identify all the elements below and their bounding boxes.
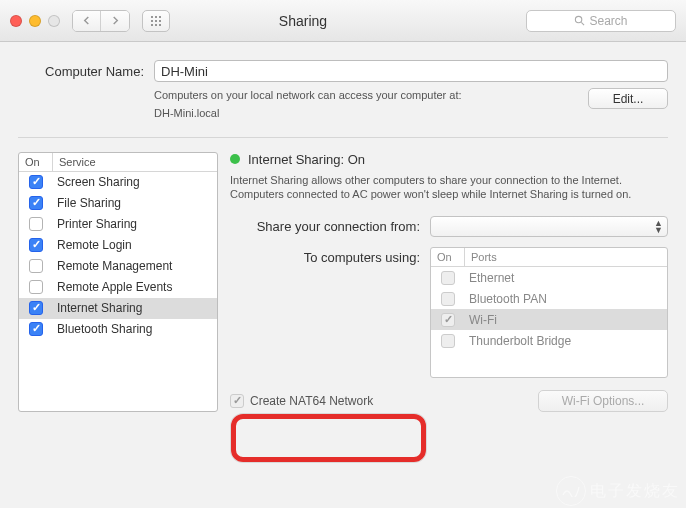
port-label: Bluetooth PAN [465,292,667,306]
watermark-text: 电子发烧友 [590,481,680,502]
port-row-wi-fi[interactable]: Wi-Fi [431,309,667,330]
to-computers-row: To computers using: On Ports EthernetBlu… [230,247,668,378]
share-from-label: Share your connection from: [230,219,430,234]
ports-header: On Ports [431,248,667,267]
service-checkbox[interactable] [29,196,43,210]
status-dot-icon [230,154,240,164]
service-label: Remote Apple Events [53,280,217,294]
services-col-on: On [19,153,53,171]
port-row-bluetooth-pan[interactable]: Bluetooth PAN [431,288,667,309]
service-row-screen-sharing[interactable]: Screen Sharing [19,172,217,193]
computer-name-row: Computer Name: DH-Mini Computers on your… [18,60,668,125]
service-label: Internet Sharing [53,301,217,315]
service-checkbox[interactable] [29,322,43,336]
watermark: 电子发烧友 [556,476,680,506]
ports-col-ports: Ports [465,248,667,266]
service-label: Remote Management [53,259,217,273]
nat64-checkbox-row[interactable]: Create NAT64 Network [230,394,373,408]
service-checkbox[interactable] [29,301,43,315]
service-row-file-sharing[interactable]: File Sharing [19,193,217,214]
ports-body: EthernetBluetooth PANWi-FiThunderbolt Br… [431,267,667,377]
window-traffic-lights [10,15,60,27]
port-checkbox[interactable] [441,292,455,306]
watermark-logo-icon [556,476,586,506]
service-row-printer-sharing[interactable]: Printer Sharing [19,214,217,235]
services-col-service: Service [53,153,217,171]
service-row-remote-apple-events[interactable]: Remote Apple Events [19,277,217,298]
status-description: Internet Sharing allows other computers … [230,173,668,203]
share-from-popup[interactable]: ▲▼ [430,216,668,237]
service-label: Screen Sharing [53,175,217,189]
status-title: Internet Sharing: On [248,152,365,167]
services-header: On Service [19,153,217,172]
to-computers-label: To computers using: [230,247,430,265]
services-body: Screen SharingFile SharingPrinter Sharin… [19,172,217,340]
popup-arrows-icon: ▲▼ [654,220,663,233]
window-title: Sharing [88,13,518,29]
port-checkbox[interactable] [441,334,455,348]
share-from-row: Share your connection from: ▲▼ [230,216,668,237]
service-label: Bluetooth Sharing [53,322,217,336]
main-content-row: On Service Screen SharingFile SharingPri… [18,152,668,413]
search-placeholder: Search [589,14,627,28]
hostname-help-line1: Computers on your local network can acce… [154,88,578,102]
minimize-icon[interactable] [29,15,41,27]
nat64-checkbox[interactable] [230,394,244,408]
port-row-ethernet[interactable]: Ethernet [431,267,667,288]
port-label: Wi-Fi [465,313,667,327]
prefpane-body: Computer Name: DH-Mini Computers on your… [0,42,686,508]
service-checkbox[interactable] [29,175,43,189]
titlebar: Sharing Search [0,0,686,42]
detail-panel: Internet Sharing: On Internet Sharing al… [230,152,668,413]
port-row-thunderbolt-bridge[interactable]: Thunderbolt Bridge [431,330,667,351]
service-row-bluetooth-sharing[interactable]: Bluetooth Sharing [19,319,217,340]
ports-col-on: On [431,248,465,266]
services-table: On Service Screen SharingFile SharingPri… [18,152,218,413]
port-label: Ethernet [465,271,667,285]
search-input[interactable]: Search [526,10,676,32]
ports-table: On Ports EthernetBluetooth PANWi-FiThund… [430,247,668,378]
divider [18,137,668,138]
computer-name-label: Computer Name: [18,60,154,79]
service-checkbox[interactable] [29,259,43,273]
svg-point-9 [576,16,582,22]
service-checkbox[interactable] [29,238,43,252]
service-row-remote-login[interactable]: Remote Login [19,235,217,256]
nat64-label: Create NAT64 Network [250,394,373,408]
service-checkbox[interactable] [29,217,43,231]
service-label: Printer Sharing [53,217,217,231]
edit-hostname-button[interactable]: Edit... [588,88,668,109]
service-label: File Sharing [53,196,217,210]
search-icon [574,15,585,26]
status-row: Internet Sharing: On [230,152,668,167]
wifi-options-button[interactable]: Wi-Fi Options... [538,390,668,412]
detail-bottom-row: Create NAT64 Network Wi-Fi Options... [230,390,668,412]
computer-name-field[interactable]: DH-Mini [154,60,668,82]
service-row-remote-management[interactable]: Remote Management [19,256,217,277]
service-row-internet-sharing[interactable]: Internet Sharing [19,298,217,319]
port-label: Thunderbolt Bridge [465,334,667,348]
zoom-icon[interactable] [48,15,60,27]
svg-line-10 [582,22,585,25]
service-checkbox[interactable] [29,280,43,294]
hostname-help-line2: DH-Mini.local [154,106,578,120]
port-checkbox[interactable] [441,313,455,327]
close-icon[interactable] [10,15,22,27]
service-label: Remote Login [53,238,217,252]
port-checkbox[interactable] [441,271,455,285]
computer-name-value: DH-Mini [161,64,208,79]
